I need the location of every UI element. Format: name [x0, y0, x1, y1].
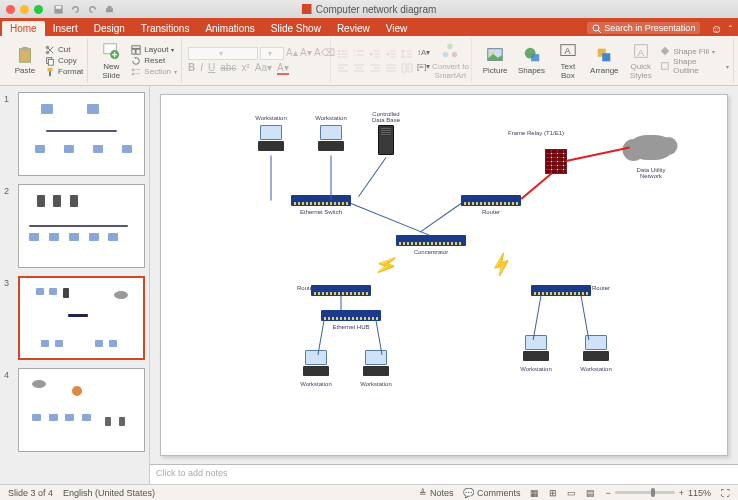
save-icon[interactable]	[53, 4, 64, 15]
picture-button[interactable]: Picture	[478, 46, 511, 75]
slide-thumbnail-1[interactable]	[18, 92, 145, 176]
svg-rect-1	[56, 6, 62, 9]
minimize-window-button[interactable]	[20, 5, 29, 14]
fit-to-window-button[interactable]: ⛶	[721, 488, 730, 498]
view-normal-button[interactable]: ▦	[530, 488, 539, 498]
quick-styles-button[interactable]: A Quick Styles	[624, 42, 657, 80]
redo-icon[interactable]	[87, 4, 98, 15]
ethernet-switch[interactable]	[291, 195, 351, 206]
decrease-font-icon[interactable]: A▾	[300, 47, 312, 59]
data-utility-cloud[interactable]	[629, 135, 674, 160]
bullets-icon[interactable]	[337, 48, 349, 60]
shape-fill-button[interactable]: Shape Fill▾	[660, 46, 729, 56]
picture-icon	[486, 46, 504, 64]
quick-access-toolbar	[53, 4, 115, 15]
underline-button[interactable]: U	[208, 62, 215, 75]
workstation-bl1[interactable]	[301, 350, 331, 378]
ribbon-home: Paste Cut Copy Format New Slide Layout▾ …	[0, 36, 738, 86]
undo-icon[interactable]	[70, 4, 81, 15]
tab-animations[interactable]: Animations	[197, 21, 262, 36]
status-comments-button[interactable]: 💬 Comments	[463, 488, 520, 498]
firewall[interactable]	[545, 149, 567, 174]
zoom-percent[interactable]: 115%	[688, 488, 711, 498]
decrease-indent-icon[interactable]	[369, 48, 381, 60]
view-sorter-button[interactable]: ⊞	[549, 488, 557, 498]
zoom-slider[interactable]	[615, 491, 675, 494]
bold-button[interactable]: B	[188, 62, 195, 75]
shape-outline-button[interactable]: Shape Outline▾	[660, 57, 729, 75]
controlled-database[interactable]	[378, 125, 394, 155]
zoom-out-button[interactable]: −	[605, 488, 610, 498]
increase-indent-icon[interactable]	[385, 48, 397, 60]
tab-view[interactable]: View	[378, 21, 416, 36]
align-center-icon[interactable]	[353, 62, 365, 74]
notes-pane[interactable]: Click to add notes	[150, 464, 738, 484]
print-icon[interactable]	[104, 4, 115, 15]
zoom-window-button[interactable]	[34, 5, 43, 14]
align-text-button[interactable]: [≡]▾	[417, 62, 430, 74]
font-family-select[interactable]: ▾	[188, 47, 258, 60]
svg-rect-13	[48, 67, 53, 70]
shapes-button[interactable]: Shapes	[515, 46, 548, 75]
feedback-smiley-icon[interactable]: ☺	[710, 22, 722, 36]
clear-format-icon[interactable]: A⌫	[314, 47, 326, 59]
text-box-button[interactable]: A Text Box	[551, 42, 584, 80]
slide-thumbnail-2[interactable]	[18, 184, 145, 268]
tab-design[interactable]: Design	[86, 21, 133, 36]
ribbon-collapse-icon[interactable]: ˆ	[729, 25, 732, 36]
convert-smartart-button[interactable]: Convert to SmartArt	[433, 42, 467, 80]
view-reading-button[interactable]: ▭	[567, 488, 576, 498]
status-language[interactable]: English (United States)	[63, 488, 155, 498]
section-button[interactable]: Section▾	[131, 67, 177, 77]
increase-font-icon[interactable]: A▴	[286, 47, 298, 59]
format-painter-button[interactable]: Format	[45, 67, 83, 77]
ethernet-hub[interactable]	[321, 310, 381, 321]
title-bar: Computer network diagram	[0, 0, 738, 18]
font-size-select[interactable]: ▾	[260, 47, 284, 60]
tab-slideshow[interactable]: Slide Show	[263, 21, 329, 36]
align-right-icon[interactable]	[369, 62, 381, 74]
slide-thumbnail-4[interactable]	[18, 368, 145, 452]
status-notes-button[interactable]: ≜ Notes	[419, 488, 453, 498]
reset-button[interactable]: Reset	[131, 56, 177, 66]
slide-thumbnails-pane[interactable]: 1 2 3 4	[0, 86, 150, 484]
text-highlight-button[interactable]: Aa▾	[255, 62, 272, 75]
font-color-button[interactable]: A▾	[277, 62, 289, 75]
tab-home[interactable]: Home	[2, 21, 45, 36]
text-box-icon: A	[559, 42, 577, 60]
concentrator[interactable]	[396, 235, 466, 246]
justify-icon[interactable]	[385, 62, 397, 74]
workstation-2[interactable]	[316, 125, 346, 153]
line-spacing-icon[interactable]	[401, 48, 413, 60]
tab-insert[interactable]: Insert	[45, 21, 86, 36]
layout-button[interactable]: Layout▾	[131, 45, 177, 55]
paste-button[interactable]: Paste	[8, 46, 42, 75]
arrange-button[interactable]: Arrange	[588, 46, 621, 75]
tab-transitions[interactable]: Transitions	[133, 21, 198, 36]
columns-icon[interactable]	[401, 62, 413, 74]
copy-button[interactable]: Copy	[45, 56, 83, 66]
slide-thumbnail-3[interactable]	[18, 276, 145, 360]
workstation-bl2[interactable]	[361, 350, 391, 378]
workstation-br1[interactable]	[521, 335, 551, 363]
router-left[interactable]	[311, 285, 371, 296]
tab-review[interactable]: Review	[329, 21, 378, 36]
svg-point-58	[443, 51, 448, 56]
workstation-br2[interactable]	[581, 335, 611, 363]
slide-canvas[interactable]: Workstation Workstation Controlled Data …	[160, 94, 728, 456]
workstation-1[interactable]	[256, 125, 286, 153]
zoom-control[interactable]: − + 115%	[605, 488, 711, 498]
new-slide-button[interactable]: New Slide	[94, 42, 128, 80]
view-slideshow-button[interactable]: ▤	[586, 488, 595, 498]
strike-button[interactable]: abc	[220, 62, 236, 75]
router-top[interactable]	[461, 195, 521, 206]
cut-button[interactable]: Cut	[45, 45, 83, 55]
numbering-icon[interactable]: 12	[353, 48, 365, 60]
superscript-button[interactable]: x²	[241, 62, 249, 75]
align-left-icon[interactable]	[337, 62, 349, 74]
zoom-in-button[interactable]: +	[679, 488, 684, 498]
text-direction-button[interactable]: ↕A▾	[417, 48, 430, 60]
close-window-button[interactable]	[6, 5, 15, 14]
italic-button[interactable]: I	[200, 62, 203, 75]
search-box[interactable]: Search in Presentation	[587, 22, 700, 34]
